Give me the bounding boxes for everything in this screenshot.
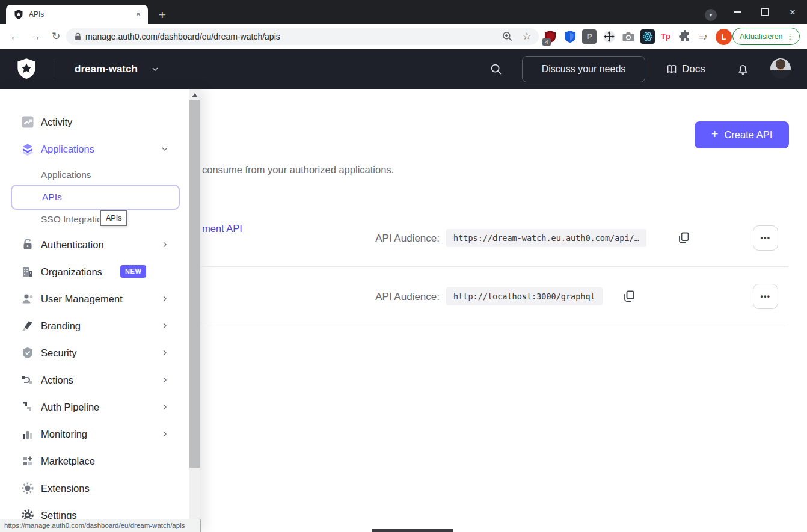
plus-icon: + <box>711 127 719 141</box>
notifications-bell-icon[interactable] <box>736 62 750 76</box>
row-divider <box>200 266 788 267</box>
p-extension-icon[interactable]: P <box>582 29 597 44</box>
media-controls-icon[interactable]: ≡♪ <box>696 29 710 44</box>
search-icon[interactable] <box>489 63 503 76</box>
sidebar-item-label: Monitoring <box>41 421 87 447</box>
chevron-right-icon <box>160 348 170 358</box>
sidebar-scrollbar[interactable] <box>189 89 200 532</box>
ublock-extension-icon[interactable]: 4 <box>543 29 557 44</box>
new-tab-button[interactable]: + <box>155 8 170 22</box>
api-name-link[interactable]: ment API <box>202 223 242 234</box>
sidebar-item-auth-pipeline[interactable]: Auth Pipeline <box>0 394 180 420</box>
sidebar-item-label: Security <box>41 340 77 366</box>
create-api-button[interactable]: + Create API <box>695 121 789 148</box>
extensions-puzzle-icon[interactable] <box>678 29 692 44</box>
row-menu-button[interactable]: ••• <box>753 284 778 309</box>
sidebar-subitem-apis-selected[interactable]: APIs <box>11 185 180 210</box>
new-badge: NEW <box>120 265 146 278</box>
move-crosshair-extension-icon[interactable] <box>602 29 616 44</box>
browser-tab[interactable]: APIs ✕ <box>6 5 148 24</box>
sidebar-item-organizations[interactable]: Organizations NEW <box>0 258 180 285</box>
sidebar-item-extensions[interactable]: Extensions <box>0 475 180 501</box>
discuss-your-needs-button[interactable]: Discuss your needs <box>522 56 645 82</box>
auth0-logo[interactable] <box>16 58 37 79</box>
ublock-badge: 4 <box>542 38 551 46</box>
chevron-right-icon <box>160 294 170 304</box>
lock-icon <box>20 237 35 252</box>
window-close-button[interactable]: ✕ <box>779 0 806 24</box>
chevron-right-icon <box>160 375 170 385</box>
activity-icon <box>20 115 35 129</box>
sidebar-item-label: Activity <box>41 109 72 135</box>
user-management-icon <box>20 292 35 306</box>
sidebar-item-security[interactable]: Security <box>0 340 180 366</box>
api-audience-label: API Audience: <box>361 291 440 303</box>
extensions-gear-icon <box>20 481 35 495</box>
docs-link[interactable]: Docs <box>682 49 705 89</box>
refresh-icon[interactable]: ↻ <box>48 29 64 44</box>
sidebar-item-label: Applications <box>41 136 94 162</box>
marketplace-grid-icon <box>20 454 35 468</box>
sidebar-item-branding[interactable]: Branding <box>0 313 180 339</box>
api-audience-label: API Audience: <box>361 233 440 245</box>
actions-flow-icon <box>20 373 35 387</box>
lock-icon <box>73 32 82 41</box>
tab-search-icon[interactable]: ▾ <box>705 9 717 21</box>
header-divider <box>54 58 54 80</box>
sidebar-item-label: Actions <box>41 367 73 393</box>
sidebar-item-label: Organizations <box>41 258 102 285</box>
cutoff-content-sliver <box>372 529 453 532</box>
tp-extension-icon[interactable]: Tp <box>658 29 673 44</box>
create-api-label: Create API <box>724 129 772 141</box>
forward-icon[interactable]: → <box>28 29 43 44</box>
update-label: Aktualisieren <box>733 32 783 41</box>
sidebar-item-label: Auth Pipeline <box>41 394 99 420</box>
chrome-menu-icon[interactable]: ⋮ <box>786 32 794 41</box>
scrollbar-thumb[interactable] <box>189 100 200 468</box>
sidebar-item-actions[interactable]: Actions <box>0 367 180 393</box>
row-menu-button[interactable]: ••• <box>753 225 778 251</box>
auth0-favicon <box>14 10 23 19</box>
monitoring-bars-icon <box>20 427 35 441</box>
url-text[interactable]: manage.auth0.com/dashboard/eu/dream-watc… <box>85 28 280 45</box>
sidebar-item-marketplace[interactable]: Marketplace <box>0 448 180 474</box>
bitwarden-extension-icon[interactable] <box>563 29 577 44</box>
sidebar-item-authentication[interactable]: Authentication <box>0 231 180 258</box>
api-audience-value[interactable]: http://localhost:3000/graphql <box>446 287 603 305</box>
copy-icon[interactable] <box>677 231 691 245</box>
zoom-icon[interactable] <box>502 31 514 43</box>
window-maximize-button[interactable] <box>752 0 778 24</box>
chrome-update-button[interactable]: Aktualisieren ⋮ <box>732 28 800 45</box>
tenant-name[interactable]: dream-watch <box>75 49 138 89</box>
applications-layers-icon <box>20 142 35 156</box>
user-avatar[interactable] <box>770 58 791 79</box>
docs-book-icon[interactable] <box>665 63 678 76</box>
tab-close-icon[interactable]: ✕ <box>133 10 143 19</box>
sidebar-item-label: Extensions <box>41 475 90 501</box>
sidebar-item-activity[interactable]: Activity <box>0 109 180 135</box>
tenant-chevron-down-icon[interactable] <box>150 64 160 74</box>
api-audience-value[interactable]: https://dream-watch.eu.auth0.com/api/… <box>446 229 646 247</box>
security-shield-icon <box>20 346 35 360</box>
sidebar-item-label: User Management <box>41 286 123 312</box>
chevron-right-icon <box>160 321 170 331</box>
sidebar-subitem-applications[interactable]: Applications <box>41 167 91 183</box>
back-icon[interactable]: ← <box>7 29 23 44</box>
sidebar-item-monitoring[interactable]: Monitoring <box>0 421 180 447</box>
sidebar-item-label: Branding <box>41 313 81 339</box>
chevron-down-icon <box>160 144 170 154</box>
chevron-right-icon <box>160 429 170 439</box>
copy-icon[interactable] <box>622 289 636 304</box>
browser-titlebar: APIs ✕ + ▾ ✕ <box>0 0 807 24</box>
sidebar-item-applications[interactable]: Applications <box>0 136 180 162</box>
sidebar-item-user-management[interactable]: User Management <box>0 286 180 312</box>
react-devtools-extension-icon[interactable] <box>640 29 655 44</box>
camera-extension-icon[interactable] <box>621 29 636 44</box>
chrome-profile-avatar[interactable]: L <box>716 29 732 45</box>
window-minimize-button[interactable] <box>724 0 750 24</box>
row-divider <box>200 323 788 323</box>
scrollbar-up-arrow-icon[interactable] <box>192 93 198 97</box>
auth-pipeline-icon <box>20 400 35 414</box>
bookmark-star-icon[interactable]: ☆ <box>520 29 533 44</box>
sidebar-drawer: Activity Applications Applications APIs … <box>0 89 200 532</box>
